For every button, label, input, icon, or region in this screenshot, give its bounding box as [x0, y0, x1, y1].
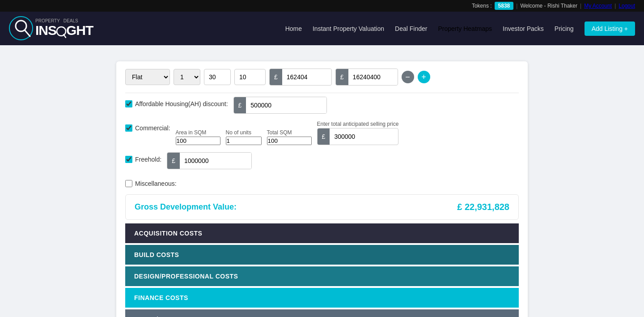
nav-pricing[interactable]: Pricing — [555, 25, 574, 32]
nav-property-heatmaps[interactable]: Property Heatmaps — [438, 25, 492, 32]
logout-link[interactable]: Logout — [619, 3, 635, 9]
main-content: Flat House Commercial 1 2 3 £ £ − + — [107, 45, 537, 317]
price2-field: £ — [335, 69, 398, 86]
commercial-section: Commercial: Area in SQM No of units Tota… — [125, 121, 519, 145]
selling-price-pound: £ — [318, 129, 330, 145]
my-account-link[interactable]: My Account — [584, 3, 612, 9]
gdv-row: Gross Development Value: £ 22,931,828 — [125, 194, 519, 220]
nav-instant-valuation[interactable]: Instant Property Valuation — [313, 25, 384, 32]
logo-icon — [9, 16, 34, 41]
property-type-row: Flat House Commercial 1 2 3 £ £ − + — [125, 69, 519, 86]
price1-field: £ — [269, 69, 332, 86]
add-row-button[interactable]: + — [418, 71, 430, 83]
commercial-checkbox[interactable] — [125, 124, 132, 132]
freehold-checkbox[interactable] — [125, 156, 132, 163]
freehold-pound-prefix: £ — [167, 153, 180, 169]
divider — [125, 93, 519, 93]
affordable-housing-checkbox[interactable] — [125, 100, 132, 107]
freehold-section: Freehold: £ — [125, 152, 519, 169]
form-card: Flat House Commercial 1 2 3 £ £ − + — [116, 61, 528, 317]
svg-line-2 — [25, 30, 30, 36]
ah-pound-prefix: £ — [234, 97, 246, 113]
logo-main-text: INS GHT — [35, 24, 93, 38]
commercial-label: Commercial: — [125, 121, 170, 132]
add-listing-button[interactable]: Add Listing + — [585, 21, 635, 36]
logo: PROPERTY DEALS INS GHT — [9, 16, 93, 41]
freehold-label: Freehold: — [125, 152, 161, 163]
area-sqm-group: Area in SQM — [176, 129, 220, 145]
medium-input[interactable] — [234, 69, 266, 85]
affordable-housing-field: £ — [233, 97, 327, 114]
page-header: Tokens : 5838 | Welcome - Rishi Thaker |… — [0, 0, 644, 45]
affordable-housing-section: Affordable Housing(AH) discount: £ — [125, 97, 519, 114]
gdv-label: Gross Development Value: — [135, 202, 237, 212]
no-of-units-input[interactable] — [226, 137, 262, 145]
sqm-input[interactable] — [204, 69, 231, 85]
miscellaneous-label: Miscellaneous: — [125, 176, 177, 187]
total-sqm-group: Total SQM — [267, 129, 312, 145]
sales-marketing-costs-bar[interactable]: SALES/MARKETING COSTS — [125, 309, 519, 317]
nav-bar: PROPERTY DEALS INS GHT Home Instant Prop… — [0, 12, 644, 45]
pound-prefix-1: £ — [270, 69, 282, 85]
nav-links: Home Instant Property Valuation Deal Fin… — [285, 21, 635, 36]
pound-prefix-2: £ — [336, 69, 348, 85]
price1-input[interactable] — [282, 69, 331, 85]
nav-investor-packs[interactable]: Investor Packs — [503, 25, 544, 32]
freehold-field: £ — [167, 152, 252, 169]
selling-price-input[interactable] — [330, 129, 392, 145]
no-of-units-group: No of units — [226, 129, 262, 145]
acquisition-costs-bar[interactable]: ACQUISITION COSTS — [125, 223, 519, 243]
top-bar: Tokens : 5838 | Welcome - Rishi Thaker |… — [0, 0, 644, 12]
welcome-text: Welcome - Rishi Thaker — [520, 3, 577, 9]
freehold-input[interactable] — [180, 153, 251, 169]
price2-input[interactable] — [348, 69, 398, 85]
selling-price-group: Enter total anticipated selling price £ — [317, 121, 399, 145]
area-sqm-input[interactable] — [176, 137, 220, 145]
miscellaneous-section: Miscellaneous: — [125, 176, 519, 187]
svg-line-4 — [64, 34, 66, 38]
finance-costs-bar[interactable]: FINANCE COSTS — [125, 288, 519, 308]
token-count: 5838 — [495, 2, 514, 10]
total-sqm-input[interactable] — [267, 137, 312, 145]
build-costs-bar[interactable]: BUILD COSTS — [125, 245, 519, 265]
design-professional-costs-bar[interactable]: DESIGN/PROFESSIONAL COSTS — [125, 266, 519, 286]
affordable-housing-input[interactable] — [246, 97, 326, 113]
gdv-value: £ 22,931,828 — [457, 202, 509, 212]
property-type-select[interactable]: Flat House Commercial — [125, 69, 170, 85]
affordable-housing-label: Affordable Housing(AH) discount: — [125, 97, 228, 107]
svg-point-3 — [57, 27, 66, 36]
remove-row-button[interactable]: − — [402, 71, 414, 83]
units-select[interactable]: 1 2 3 — [174, 69, 200, 85]
tokens-label: Tokens : — [472, 3, 492, 9]
nav-home[interactable]: Home — [285, 25, 302, 32]
miscellaneous-checkbox[interactable] — [125, 180, 132, 187]
cost-sections: ACQUISITION COSTS BUILD COSTS DESIGN/PRO… — [125, 223, 519, 317]
nav-deal-finder[interactable]: Deal Finder — [395, 25, 427, 32]
